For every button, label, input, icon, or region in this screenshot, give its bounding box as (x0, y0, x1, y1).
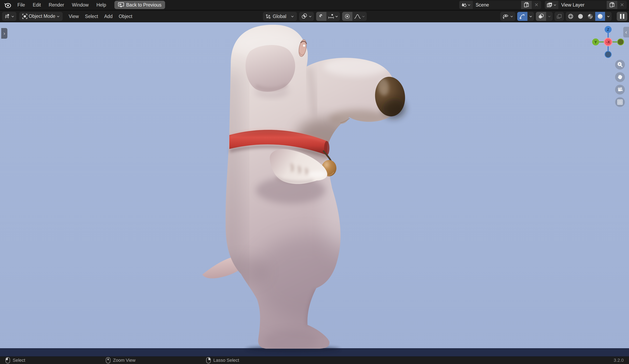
scene-name-field[interactable]: Scene (473, 1, 521, 9)
material-sphere-icon (587, 13, 593, 19)
gizmo-axis-z-negative[interactable] (605, 51, 611, 58)
shading-material-button[interactable] (585, 12, 595, 21)
gizmo-arc-icon (519, 13, 525, 19)
overlays-group (536, 12, 553, 21)
zoom-button[interactable] (615, 60, 625, 70)
shading-wireframe-button[interactable] (566, 12, 576, 21)
camera-view-button[interactable] (615, 85, 625, 95)
svg-text:Z: Z (607, 27, 609, 32)
pivot-point-dropdown[interactable] (299, 12, 314, 21)
viewport-nav-buttons (615, 60, 625, 107)
gizmo-axis-x-negative[interactable]: -X (604, 38, 612, 46)
overlays-dropdown[interactable] (546, 12, 553, 21)
magnet-icon (318, 13, 324, 19)
chevron-down-icon (607, 15, 610, 18)
proportional-falloff-dropdown[interactable] (352, 12, 367, 21)
scene-unlink-button[interactable]: ✕ (532, 1, 541, 9)
grid-icon (617, 99, 623, 105)
back-to-previous-label: Back to Previous (126, 2, 161, 8)
hint-select: Select (5, 357, 25, 364)
mouse-left-icon (5, 357, 10, 364)
viewport-menus: View Select Add Object (65, 11, 135, 22)
pause-button[interactable] (617, 12, 627, 21)
svg-text:Y: Y (594, 40, 597, 44)
menu-help[interactable]: Help (93, 0, 110, 10)
snapping-group (316, 12, 340, 21)
view-layer-icon (547, 2, 552, 7)
show-overlays-toggle[interactable] (536, 12, 546, 21)
editor-type-dropdown[interactable] (2, 12, 16, 21)
gizmo-axis-y-negative[interactable] (618, 39, 624, 45)
topbar: File Edit Render Window Help Back to Pre… (0, 0, 629, 10)
shading-mode-group (566, 12, 612, 21)
gizmos-dropdown[interactable] (527, 12, 534, 21)
proportional-circle-icon (344, 13, 350, 19)
chevron-down-icon (529, 15, 532, 18)
mode-dropdown[interactable]: Object Mode (19, 12, 63, 21)
hint-zoom-view: Zoom View (106, 357, 136, 364)
duplicate-icon (609, 2, 615, 8)
blender-version: 3.2.0 (614, 357, 624, 364)
menu-add[interactable]: Add (101, 11, 116, 22)
view-layer-new-button[interactable] (607, 1, 617, 9)
mouse-middle-icon (106, 357, 111, 364)
snap-settings-dropdown[interactable] (326, 12, 340, 21)
scene-new-button[interactable] (521, 1, 532, 9)
duplicate-icon (524, 2, 529, 8)
toolbar-expand-tab[interactable]: › (1, 28, 7, 39)
xray-toggle[interactable] (554, 12, 564, 21)
hand-icon (617, 74, 623, 80)
hint-select-label: Select (13, 358, 25, 363)
menu-window[interactable]: Window (68, 0, 93, 10)
scene-icon (461, 2, 467, 7)
object-visibility-dropdown[interactable] (500, 12, 515, 21)
pan-button[interactable] (615, 72, 625, 82)
chevron-down-icon (553, 3, 557, 6)
menu-object[interactable]: Object (116, 11, 135, 22)
orientation-label: Global (273, 14, 286, 19)
menu-view[interactable]: View (65, 11, 82, 22)
snap-toggle[interactable] (316, 12, 326, 21)
pivot-icon (301, 13, 307, 19)
viewport-3d[interactable]: › ‹ Z Y -X (0, 22, 629, 357)
scene-browse-button[interactable] (459, 1, 473, 9)
gizmo-axis-y-positive[interactable]: Y (592, 38, 599, 45)
menu-edit[interactable]: Edit (29, 0, 45, 10)
hint-lasso-select-label: Lasso Select (213, 358, 239, 363)
camera-icon (617, 87, 623, 93)
blender-logo-icon[interactable] (3, 1, 11, 8)
gizmo-axis-z-positive[interactable]: Z (605, 26, 612, 33)
chevron-down-icon (362, 15, 365, 18)
menu-render[interactable]: Render (45, 0, 68, 10)
3d-model-dog[interactable] (194, 22, 420, 356)
solid-sphere-icon (578, 13, 583, 19)
mouse-right-icon (206, 357, 211, 364)
view-layer-name-field[interactable]: View Layer (558, 1, 607, 9)
chevron-down-icon (335, 15, 338, 18)
eye-cursor-icon (502, 13, 509, 19)
menu-file[interactable]: File (13, 0, 29, 10)
perspective-toggle-button[interactable] (615, 97, 625, 107)
proportional-edit-group (342, 12, 367, 21)
back-to-previous-button[interactable]: Back to Previous (115, 1, 165, 9)
chevron-down-icon (510, 15, 513, 18)
scene-selector: Scene ✕ (459, 0, 541, 9)
proportional-editing-toggle[interactable] (342, 12, 352, 21)
hint-zoom-view-label: Zoom View (113, 358, 136, 363)
shading-solid-button[interactable] (576, 12, 585, 21)
rendered-sphere-icon (597, 13, 603, 19)
gizmos-group (517, 12, 534, 21)
menu-select[interactable]: Select (82, 11, 101, 22)
viewport-editor-icon (4, 13, 10, 19)
view-layer-remove-button[interactable]: ✕ (617, 1, 627, 9)
status-bar: Select Zoom View Lasso Select 3.2.0 (0, 357, 629, 364)
snap-increment-icon (328, 13, 334, 19)
navigation-gizmo[interactable]: Z Y -X (591, 24, 626, 59)
transform-orientation-dropdown[interactable]: Global (263, 12, 297, 21)
shading-dropdown[interactable] (605, 12, 612, 21)
shading-rendered-button[interactable] (595, 12, 605, 21)
show-gizmos-toggle[interactable] (517, 12, 527, 21)
view-layer-selector: View Layer ✕ (545, 0, 627, 9)
chevron-down-icon (291, 15, 294, 18)
view-layer-browse-button[interactable] (545, 1, 558, 9)
